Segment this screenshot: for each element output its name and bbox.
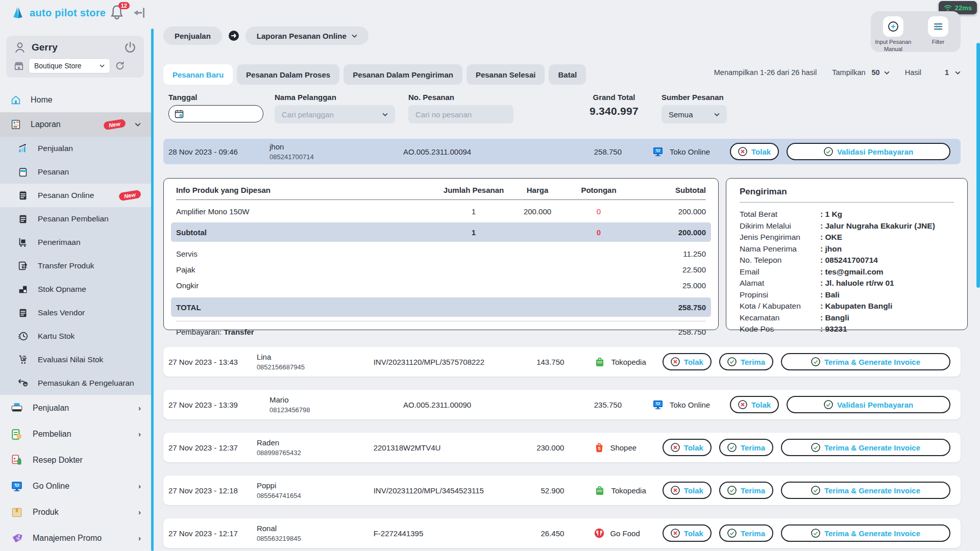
page-scrollbar[interactable] bbox=[976, 43, 980, 288]
shipping-row: Jenis Pengiriman: OKE bbox=[740, 232, 954, 243]
sidebar-item-laporan-pemasukan-pengeluaran[interactable]: rp Pemasukan & Pengeluaran bbox=[0, 371, 151, 395]
check-circle-icon bbox=[727, 486, 737, 495]
sumber-pesanan-select[interactable]: Semua bbox=[662, 105, 727, 123]
sales-chart-icon bbox=[17, 143, 29, 154]
terima-generate-invoice-button[interactable]: Terima & Generate Invoice bbox=[781, 353, 950, 370]
order-row-selected[interactable]: 28 Nov 2023 - 09:46 jhon 085241700714 AO… bbox=[163, 139, 961, 164]
notifications-button[interactable]: 12 bbox=[109, 4, 127, 21]
reject-x-icon bbox=[671, 486, 680, 495]
transfer-icon bbox=[17, 260, 29, 271]
user-name: Gerry bbox=[32, 42, 118, 53]
no-pesanan-input[interactable] bbox=[408, 105, 513, 123]
sidebar-item-laporan-pesanan[interactable]: Pesanan bbox=[0, 160, 151, 184]
order-row[interactable]: 27 Nov 2023 - 12:37 Raden088998765432 22… bbox=[163, 433, 961, 462]
sidebar: auto pilot store 12 Gerry bbox=[0, 0, 151, 551]
notification-badge: 12 bbox=[118, 2, 130, 9]
nama-pelanggan-label: Nama Pelanggan bbox=[275, 93, 408, 102]
calendar-icon bbox=[174, 109, 184, 119]
col-header-produk: Info Produk yang Dipesan bbox=[176, 186, 440, 194]
sidebar-item-laporan-evaluasi-nilai-stok[interactable]: RP Evaluasi Nilai Stok bbox=[0, 348, 151, 371]
terima-button[interactable]: Terima bbox=[719, 482, 773, 499]
order-number: AO.005.2311.00094 bbox=[403, 147, 567, 156]
sidebar-item-resep-dokter[interactable]: Resep Dokter bbox=[0, 447, 151, 473]
shipping-panel: Pengiriman Total Berat: 1 Kg Dikirim Mel… bbox=[726, 178, 968, 330]
input-pesanan-manual-button[interactable]: Input Pesanan Manual bbox=[872, 16, 915, 53]
product-box-icon bbox=[10, 506, 23, 519]
breadcrumb-current-dropdown[interactable]: Laporan Pesanan Online bbox=[246, 27, 369, 45]
tolak-button[interactable]: Tolak bbox=[663, 439, 712, 456]
customer-phone: 085564741654 bbox=[257, 492, 374, 499]
sidebar-item-penjualan[interactable]: Penjualan › bbox=[0, 395, 151, 421]
sidebar-item-go-online[interactable]: Go Online › bbox=[0, 473, 151, 499]
order-number: INV/20231120/MPL/3454523115 bbox=[374, 486, 516, 495]
chevron-down-icon[interactable] bbox=[955, 71, 961, 74]
chevron-down-icon bbox=[135, 122, 141, 127]
breadcrumb-parent[interactable]: Penjualan bbox=[163, 27, 222, 45]
refresh-button[interactable] bbox=[114, 60, 126, 71]
nama-pelanggan-select[interactable]: Cari pelanggan bbox=[275, 105, 395, 123]
order-pad-icon bbox=[17, 166, 29, 178]
sidebar-item-laporan-pesanan-pembelian[interactable]: Pesanan Pembelian bbox=[0, 207, 151, 231]
customer-name: jhon bbox=[270, 142, 403, 151]
col-header-harga: Harga bbox=[507, 186, 568, 194]
tanggal-input[interactable] bbox=[168, 105, 263, 122]
order-row[interactable]: 27 Nov 2023 - 12:17 Ronal085563219845 F-… bbox=[163, 518, 961, 548]
per-page-value[interactable]: 50 bbox=[872, 68, 880, 77]
sidebar-item-pembelian[interactable]: Pembelian › bbox=[0, 421, 151, 447]
customer-name: Raden bbox=[257, 438, 374, 447]
no-pesanan-label: No. Pesanan bbox=[408, 93, 572, 102]
order-detail-panel: Info Produk yang Dipesan Jumlah Pesanan … bbox=[163, 178, 719, 330]
tab-pesanan-selesai[interactable]: Pesanan Selesai bbox=[467, 64, 545, 85]
order-row[interactable]: 27 Nov 2023 - 13:43 Lina0852156687945 IN… bbox=[163, 347, 961, 377]
tolak-button[interactable]: Tolak bbox=[730, 396, 779, 413]
validasi-pembayaran-button[interactable]: Validasi Pembayaran bbox=[787, 143, 950, 160]
chevron-right-icon: › bbox=[138, 430, 141, 438]
chevron-down-icon[interactable] bbox=[884, 71, 890, 74]
sidebar-item-laporan-penjualan[interactable]: Penjualan bbox=[0, 137, 151, 160]
tolak-button[interactable]: Tolak bbox=[730, 143, 779, 160]
tolak-button[interactable]: Tolak bbox=[663, 482, 712, 499]
wifi-icon bbox=[944, 5, 952, 11]
sidebar-item-home[interactable]: Home bbox=[0, 88, 151, 112]
shipping-row: Nama Penerima: jhon bbox=[740, 243, 954, 255]
product-row: Amplifier Mono 150W 1 200.000 0 200.000 bbox=[176, 200, 706, 222]
tab-pesanan-dalam-pengiriman[interactable]: Pesanan Dalam Pengiriman bbox=[344, 64, 462, 85]
tolak-button[interactable]: Tolak bbox=[663, 524, 712, 542]
order-date: 27 Nov 2023 - 12:18 bbox=[168, 486, 257, 495]
sidebar-item-laporan-stok-opname[interactable]: Stok Opname bbox=[0, 278, 151, 301]
sidebar-item-laporan-kartu-stok[interactable]: Kartu Stok bbox=[0, 324, 151, 348]
purchase-clipboard-icon bbox=[10, 428, 23, 441]
terima-button[interactable]: Terima bbox=[719, 353, 773, 370]
sidebar-item-produk[interactable]: Produk › bbox=[0, 499, 151, 525]
svg-text:%: % bbox=[16, 536, 20, 541]
logout-power-button[interactable] bbox=[124, 41, 137, 54]
sidebar-item-manajemen-promo[interactable]: % Manajemen Promo › bbox=[0, 525, 151, 551]
collapse-sidebar-button[interactable] bbox=[131, 6, 146, 19]
sidebar-item-laporan[interactable]: Laporan New bbox=[0, 112, 151, 137]
terima-generate-invoice-button[interactable]: Terima & Generate Invoice bbox=[781, 482, 950, 499]
store-select[interactable]: Boutique Store bbox=[29, 58, 110, 73]
sidebar-item-laporan-penerimaan[interactable]: Penerimaan bbox=[0, 231, 151, 254]
tokopedia-icon bbox=[594, 356, 606, 368]
terima-button[interactable]: Terima bbox=[719, 524, 773, 542]
terima-generate-invoice-button[interactable]: Terima & Generate Invoice bbox=[781, 524, 950, 542]
page-value[interactable]: 1 bbox=[945, 68, 949, 77]
tab-pesanan-baru[interactable]: Pesanan Baru bbox=[163, 64, 233, 85]
order-source: Shopee bbox=[610, 443, 636, 452]
filter-button[interactable]: Filter bbox=[917, 16, 960, 46]
terima-button[interactable]: Terima bbox=[719, 439, 773, 456]
terima-generate-invoice-button[interactable]: Terima & Generate Invoice bbox=[781, 439, 950, 456]
sidebar-item-laporan-sales-vendor[interactable]: Sales Vendor bbox=[0, 301, 151, 324]
order-number: F-2272441395 bbox=[374, 529, 516, 538]
validasi-pembayaran-button[interactable]: Validasi Pembayaran bbox=[787, 396, 950, 413]
customer-phone: 085563219845 bbox=[257, 535, 374, 542]
order-row[interactable]: 27 Nov 2023 - 12:18 Poppi085564741654 IN… bbox=[163, 475, 961, 505]
order-row[interactable]: 27 Nov 2023 - 13:39 Mario08123456798 AO.… bbox=[163, 390, 961, 419]
check-circle-icon bbox=[727, 443, 737, 452]
sidebar-item-laporan-pesanan-online[interactable]: Pesanan Online New bbox=[0, 184, 151, 207]
tab-pesanan-dalam-proses[interactable]: Pesanan Dalam Proses bbox=[237, 64, 339, 85]
tab-batal[interactable]: Batal bbox=[549, 64, 586, 85]
tolak-button[interactable]: Tolak bbox=[663, 353, 712, 370]
customer-name: Poppi bbox=[257, 481, 374, 490]
sidebar-item-laporan-transfer-produk[interactable]: Transfer Produk bbox=[0, 254, 151, 278]
